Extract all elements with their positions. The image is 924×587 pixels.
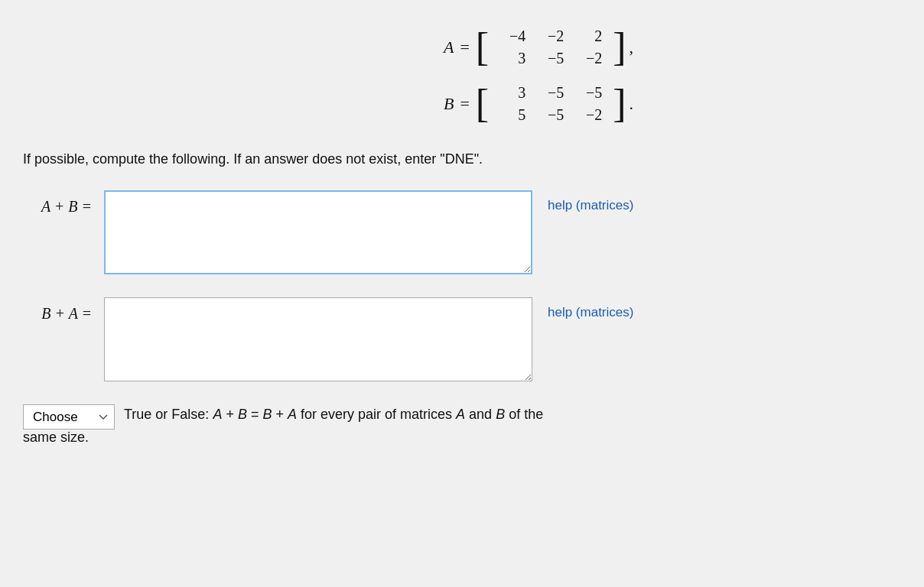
B-cell-00: 3	[493, 83, 532, 103]
choose-dropdown[interactable]: Choose True False	[23, 404, 115, 430]
B-cell-02: −5	[570, 83, 608, 103]
problem-apb-label: A + B =	[23, 190, 92, 216]
problem-bpa-label: B + A =	[23, 297, 92, 323]
apb-answer-input[interactable]	[104, 190, 532, 274]
bracket-left-A: [	[476, 28, 489, 67]
A-cell-10: 3	[493, 48, 532, 69]
bracket-right-A: ]	[613, 28, 626, 67]
bpa-help-link[interactable]: help (matrices)	[548, 297, 633, 320]
A-cell-11: −5	[532, 48, 570, 69]
choose-row: Choose True False True or False: A + B =…	[15, 404, 909, 430]
matrix-A-content: −4 −2 2 3 −5 −2	[489, 23, 613, 72]
B-cell-12: −2	[570, 105, 608, 125]
matrix-B-wrapper: [ 3 −5 −5 5 −5 −2 ]	[476, 79, 626, 128]
matrix-A-wrapper: [ −4 −2 2 3 −5 −2 ]	[476, 23, 626, 72]
A-cell-12: −2	[570, 48, 608, 69]
matrix-B-line: B = [ 3 −5 −5 5 −5 −2 ] .	[168, 79, 909, 128]
bracket-left-B: [	[476, 84, 489, 124]
problem-apb-row: A + B = help (matrices)	[15, 190, 909, 274]
bracket-right-B: ]	[613, 84, 626, 124]
matrix-A-punct: ,	[630, 37, 634, 57]
matrix-A-label: A	[444, 37, 454, 57]
A-cell-01: −2	[532, 26, 570, 47]
matrix-B-punct: .	[630, 94, 634, 114]
page-container: A = [ −4 −2 2 3 −5 −2 ] , B = [	[15, 23, 909, 446]
matrix-A-line: A = [ −4 −2 2 3 −5 −2 ] ,	[168, 23, 909, 72]
A-cell-00: −4	[493, 26, 532, 47]
bpa-answer-input[interactable]	[104, 297, 532, 381]
B-cell-10: 5	[493, 105, 532, 125]
B-cell-01: −5	[532, 83, 570, 103]
matrix-B-content: 3 −5 −5 5 −5 −2	[489, 79, 613, 128]
matrices-section: A = [ −4 −2 2 3 −5 −2 ] , B = [	[15, 23, 909, 128]
same-size-text: same size.	[15, 430, 909, 446]
instructions-text: If possible, compute the following. If a…	[15, 151, 909, 167]
A-cell-02: 2	[570, 26, 608, 47]
matrix-B-label: B	[444, 94, 454, 114]
B-cell-11: −5	[532, 105, 570, 125]
problem-bpa-row: B + A = help (matrices)	[15, 297, 909, 381]
apb-help-link[interactable]: help (matrices)	[548, 190, 633, 213]
true-false-statement: True or False: A + B = B + A for every p…	[124, 404, 543, 425]
